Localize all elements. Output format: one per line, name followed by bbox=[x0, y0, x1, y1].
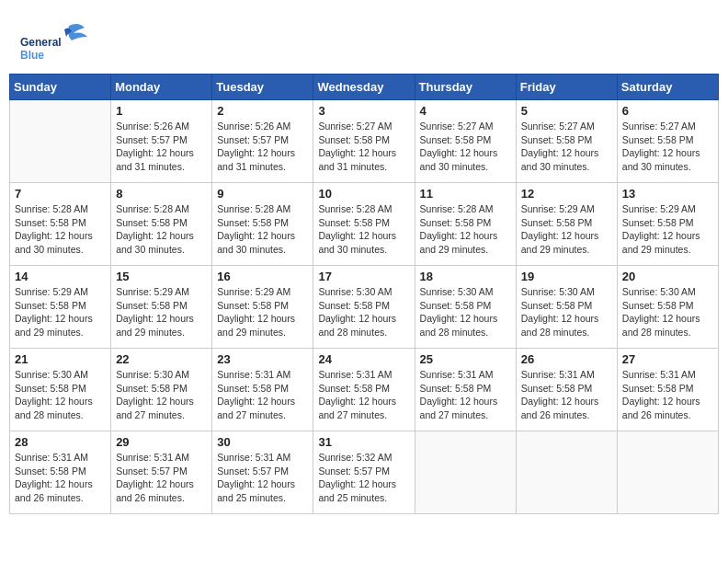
calendar-cell: 22Sunrise: 5:30 AMSunset: 5:58 PMDayligh… bbox=[111, 349, 212, 431]
day-number: 20 bbox=[622, 270, 713, 283]
weekday-header-wednesday: Wednesday bbox=[313, 75, 415, 100]
day-number: 3 bbox=[318, 104, 409, 118]
day-info: Sunrise: 5:29 AMSunset: 5:58 PMDaylight:… bbox=[622, 202, 713, 257]
day-info: Sunrise: 5:30 AMSunset: 5:58 PMDaylight:… bbox=[318, 285, 409, 339]
day-info: Sunrise: 5:31 AMSunset: 5:58 PMDaylight:… bbox=[622, 368, 713, 422]
calendar-cell: 30Sunrise: 5:31 AMSunset: 5:57 PMDayligh… bbox=[212, 431, 313, 514]
calendar-cell: 26Sunrise: 5:31 AMSunset: 5:58 PMDayligh… bbox=[516, 349, 617, 431]
day-number: 12 bbox=[521, 187, 612, 201]
calendar-cell: 19Sunrise: 5:30 AMSunset: 5:58 PMDayligh… bbox=[516, 266, 617, 349]
weekday-header-row: SundayMondayTuesdayWednesdayThursdayFrid… bbox=[10, 75, 719, 100]
calendar-cell: 25Sunrise: 5:31 AMSunset: 5:58 PMDayligh… bbox=[415, 349, 516, 431]
calendar-cell: 27Sunrise: 5:31 AMSunset: 5:58 PMDayligh… bbox=[617, 349, 718, 431]
day-number: 7 bbox=[15, 187, 106, 201]
day-info: Sunrise: 5:31 AMSunset: 5:58 PMDaylight:… bbox=[521, 368, 612, 422]
day-info: Sunrise: 5:29 AMSunset: 5:58 PMDaylight:… bbox=[217, 285, 308, 339]
day-info: Sunrise: 5:32 AMSunset: 5:57 PMDaylight:… bbox=[318, 451, 409, 505]
day-number: 16 bbox=[217, 270, 308, 283]
calendar-cell: 16Sunrise: 5:29 AMSunset: 5:58 PMDayligh… bbox=[212, 266, 313, 349]
day-info: Sunrise: 5:31 AMSunset: 5:58 PMDaylight:… bbox=[420, 368, 511, 422]
calendar-cell bbox=[617, 431, 718, 514]
calendar-cell: 13Sunrise: 5:29 AMSunset: 5:58 PMDayligh… bbox=[617, 183, 718, 266]
calendar-cell bbox=[415, 431, 516, 514]
day-number: 13 bbox=[622, 187, 713, 201]
day-info: Sunrise: 5:31 AMSunset: 5:57 PMDaylight:… bbox=[116, 451, 207, 505]
calendar-cell: 12Sunrise: 5:29 AMSunset: 5:58 PMDayligh… bbox=[516, 183, 617, 266]
calendar-cell: 29Sunrise: 5:31 AMSunset: 5:57 PMDayligh… bbox=[111, 431, 212, 514]
day-info: Sunrise: 5:31 AMSunset: 5:58 PMDaylight:… bbox=[217, 368, 308, 422]
calendar-cell: 8Sunrise: 5:28 AMSunset: 5:58 PMDaylight… bbox=[111, 183, 212, 266]
day-number: 24 bbox=[318, 352, 409, 366]
day-number: 1 bbox=[116, 104, 207, 118]
day-number: 5 bbox=[521, 104, 612, 118]
day-number: 19 bbox=[521, 270, 612, 283]
calendar-cell: 1Sunrise: 5:26 AMSunset: 5:57 PMDaylight… bbox=[111, 100, 212, 183]
week-row-5: 28Sunrise: 5:31 AMSunset: 5:58 PMDayligh… bbox=[10, 431, 719, 514]
day-info: Sunrise: 5:29 AMSunset: 5:58 PMDaylight:… bbox=[116, 285, 207, 339]
weekday-header-thursday: Thursday bbox=[415, 75, 516, 100]
day-number: 27 bbox=[622, 352, 713, 366]
calendar-cell bbox=[516, 431, 617, 514]
calendar-cell: 4Sunrise: 5:27 AMSunset: 5:58 PMDaylight… bbox=[415, 100, 516, 183]
day-info: Sunrise: 5:30 AMSunset: 5:58 PMDaylight:… bbox=[521, 285, 612, 339]
svg-text:General: General bbox=[20, 36, 62, 49]
day-number: 26 bbox=[521, 352, 612, 366]
calendar-cell bbox=[10, 100, 111, 183]
weekday-header-tuesday: Tuesday bbox=[212, 75, 313, 100]
day-info: Sunrise: 5:28 AMSunset: 5:58 PMDaylight:… bbox=[217, 202, 308, 257]
weekday-header-sunday: Sunday bbox=[10, 75, 111, 100]
day-number: 11 bbox=[420, 187, 511, 201]
calendar-cell: 2Sunrise: 5:26 AMSunset: 5:57 PMDaylight… bbox=[212, 100, 313, 183]
day-info: Sunrise: 5:29 AMSunset: 5:58 PMDaylight:… bbox=[521, 202, 612, 257]
calendar-cell: 17Sunrise: 5:30 AMSunset: 5:58 PMDayligh… bbox=[313, 266, 415, 349]
day-info: Sunrise: 5:30 AMSunset: 5:58 PMDaylight:… bbox=[622, 285, 713, 339]
day-number: 21 bbox=[15, 352, 106, 366]
calendar-cell: 15Sunrise: 5:29 AMSunset: 5:58 PMDayligh… bbox=[111, 266, 212, 349]
day-number: 10 bbox=[318, 187, 409, 201]
calendar-cell: 18Sunrise: 5:30 AMSunset: 5:58 PMDayligh… bbox=[415, 266, 516, 349]
day-number: 14 bbox=[15, 270, 106, 283]
weekday-header-saturday: Saturday bbox=[617, 75, 718, 100]
calendar-cell: 6Sunrise: 5:27 AMSunset: 5:58 PMDaylight… bbox=[617, 100, 718, 183]
calendar-cell: 31Sunrise: 5:32 AMSunset: 5:57 PMDayligh… bbox=[313, 431, 415, 514]
calendar-cell: 9Sunrise: 5:28 AMSunset: 5:58 PMDaylight… bbox=[212, 183, 313, 266]
day-info: Sunrise: 5:31 AMSunset: 5:58 PMDaylight:… bbox=[15, 451, 106, 505]
day-info: Sunrise: 5:30 AMSunset: 5:58 PMDaylight:… bbox=[116, 368, 207, 422]
calendar-cell: 5Sunrise: 5:27 AMSunset: 5:58 PMDaylight… bbox=[516, 100, 617, 183]
day-number: 25 bbox=[420, 352, 511, 366]
day-info: Sunrise: 5:28 AMSunset: 5:58 PMDaylight:… bbox=[420, 202, 511, 257]
svg-text:Blue: Blue bbox=[20, 49, 44, 62]
day-info: Sunrise: 5:30 AMSunset: 5:58 PMDaylight:… bbox=[420, 285, 511, 339]
day-info: Sunrise: 5:27 AMSunset: 5:58 PMDaylight:… bbox=[521, 120, 612, 174]
calendar-cell: 23Sunrise: 5:31 AMSunset: 5:58 PMDayligh… bbox=[212, 349, 313, 431]
calendar-cell: 24Sunrise: 5:31 AMSunset: 5:58 PMDayligh… bbox=[313, 349, 415, 431]
calendar-table: SundayMondayTuesdayWednesdayThursdayFrid… bbox=[9, 74, 719, 514]
calendar-cell: 3Sunrise: 5:27 AMSunset: 5:58 PMDaylight… bbox=[313, 100, 415, 183]
weekday-header-friday: Friday bbox=[516, 75, 617, 100]
day-number: 9 bbox=[217, 187, 308, 201]
day-info: Sunrise: 5:28 AMSunset: 5:58 PMDaylight:… bbox=[15, 202, 106, 257]
calendar-cell: 28Sunrise: 5:31 AMSunset: 5:58 PMDayligh… bbox=[10, 431, 111, 514]
day-info: Sunrise: 5:26 AMSunset: 5:57 PMDaylight:… bbox=[116, 120, 207, 174]
day-info: Sunrise: 5:31 AMSunset: 5:57 PMDaylight:… bbox=[217, 451, 308, 505]
day-number: 17 bbox=[318, 270, 409, 283]
day-info: Sunrise: 5:30 AMSunset: 5:58 PMDaylight:… bbox=[15, 368, 106, 422]
day-info: Sunrise: 5:31 AMSunset: 5:58 PMDaylight:… bbox=[318, 368, 409, 422]
week-row-1: 1Sunrise: 5:26 AMSunset: 5:57 PMDaylight… bbox=[10, 100, 719, 183]
day-info: Sunrise: 5:26 AMSunset: 5:57 PMDaylight:… bbox=[217, 120, 308, 174]
day-info: Sunrise: 5:28 AMSunset: 5:58 PMDaylight:… bbox=[318, 202, 409, 257]
day-number: 6 bbox=[622, 104, 713, 118]
logo-icon: General Blue bbox=[18, 17, 92, 63]
logo: General Blue bbox=[18, 17, 92, 63]
week-row-2: 7Sunrise: 5:28 AMSunset: 5:58 PMDaylight… bbox=[10, 183, 719, 266]
day-number: 4 bbox=[420, 104, 511, 118]
day-number: 18 bbox=[420, 270, 511, 283]
day-number: 22 bbox=[116, 352, 207, 366]
calendar-cell: 11Sunrise: 5:28 AMSunset: 5:58 PMDayligh… bbox=[415, 183, 516, 266]
day-number: 29 bbox=[116, 435, 207, 449]
week-row-4: 21Sunrise: 5:30 AMSunset: 5:58 PMDayligh… bbox=[10, 349, 719, 431]
day-number: 2 bbox=[217, 104, 308, 118]
day-info: Sunrise: 5:29 AMSunset: 5:58 PMDaylight:… bbox=[15, 285, 106, 339]
page-header: General Blue bbox=[9, 9, 719, 66]
day-info: Sunrise: 5:28 AMSunset: 5:58 PMDaylight:… bbox=[116, 202, 207, 257]
